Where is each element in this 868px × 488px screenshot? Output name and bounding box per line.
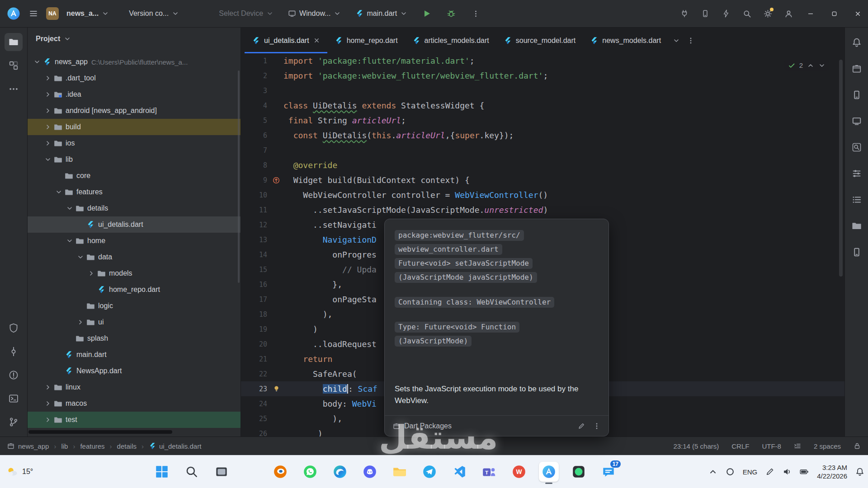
tree-item-ui-detalis-dart[interactable]: ui_detalis.dart	[28, 216, 241, 233]
vcs-widget[interactable]: Version co...	[125, 7, 183, 20]
tree-item-test[interactable]: test	[28, 412, 241, 428]
minimize-button[interactable]	[800, 0, 821, 28]
taskbar-green-app-icon[interactable]	[569, 462, 589, 482]
tool-build-variants-icon[interactable]	[848, 165, 865, 182]
taskbar-android-studio-icon[interactable]	[539, 462, 559, 482]
prev-problem-icon[interactable]	[807, 62, 814, 69]
tree-item-build[interactable]: build	[28, 119, 241, 135]
tree-item-splash[interactable]: splash	[28, 330, 241, 347]
inspections-widget[interactable]: 2	[784, 60, 829, 71]
tab-articles-models-dart[interactable]: articles_models.dart	[405, 28, 496, 53]
edit-icon[interactable]	[578, 422, 585, 430]
tree-item-logic[interactable]: logic	[28, 298, 241, 314]
tab-home-repo-dart[interactable]: home_repo.dart	[327, 28, 405, 53]
tool-todo-icon[interactable]	[848, 191, 865, 208]
project-selector[interactable]: news_a...	[62, 7, 113, 20]
tree-item-main-dart[interactable]: main.dart	[28, 347, 241, 363]
doc-more-icon[interactable]	[593, 422, 600, 430]
indent-style-icon[interactable]	[794, 442, 801, 450]
taskbar-task-view-button-icon[interactable]	[212, 462, 231, 482]
taskbar-telegram-icon[interactable]	[420, 462, 439, 482]
code-line[interactable]: 9 Widget build(BuildContext context) {	[241, 173, 844, 188]
tree-item-linux[interactable]: linux	[28, 379, 241, 395]
breadcrumb-item[interactable]: news_app	[18, 442, 49, 450]
taskbar-edge-icon[interactable]	[330, 462, 350, 482]
tree-item-core[interactable]: core	[28, 168, 241, 184]
taskbar-teams-icon[interactable]: T	[479, 462, 499, 482]
project-scrollbar-horizontal[interactable]	[28, 430, 172, 434]
run-config-selector[interactable]: main.dart	[351, 7, 411, 20]
tool-running-devices-icon[interactable]	[848, 113, 865, 130]
tree-item-data[interactable]: data	[28, 249, 241, 265]
tool-device-explorer-icon[interactable]	[848, 217, 865, 235]
tool-app-inspection-icon[interactable]	[848, 139, 865, 156]
tree-item-macos[interactable]: macos	[28, 395, 241, 412]
breadcrumb-item[interactable]: ui_detalis.dart	[159, 442, 201, 450]
editor-scrollbar[interactable]	[839, 60, 843, 277]
volume-icon[interactable]	[783, 467, 792, 476]
chevron-icon[interactable]	[43, 140, 53, 147]
tool-device-manager-icon[interactable]	[848, 86, 865, 103]
debug-button[interactable]	[442, 5, 460, 22]
tool-terminal-icon[interactable]	[5, 389, 23, 408]
search-icon[interactable]	[738, 5, 756, 22]
intention-bulb-icon[interactable]	[269, 385, 283, 393]
tree-item-home[interactable]: home	[28, 233, 241, 249]
chevron-icon[interactable]	[43, 400, 53, 407]
code-line[interactable]: 4class UiDetalis extends StatelessWidget…	[241, 98, 844, 113]
code-line[interactable]: 2import 'package:webview_flutter/webview…	[241, 68, 844, 83]
tab-news-models-dart[interactable]: news_models.dart	[583, 28, 668, 53]
tool-gradle-icon[interactable]	[848, 60, 865, 77]
chevron-icon[interactable]	[86, 270, 96, 277]
device-pairing-icon[interactable]	[675, 5, 693, 22]
chevron-icon[interactable]	[43, 384, 53, 391]
notification-center-icon[interactable]	[855, 467, 864, 476]
chevron-icon[interactable]	[43, 416, 53, 423]
tree-item-home-repo-dart[interactable]: home_repo.dart	[28, 282, 241, 298]
caret-position[interactable]: 23:14 (5 chars)	[673, 442, 719, 450]
tree-item-idea[interactable]: .idea	[28, 86, 241, 103]
taskbar-file-explorer-icon[interactable]	[390, 462, 410, 482]
tab-options-icon[interactable]	[687, 37, 694, 44]
chevron-icon[interactable]	[65, 205, 75, 212]
taskbar-whatsapp-icon[interactable]	[300, 462, 320, 482]
code-line[interactable]: 1import 'package:flutter/material.dart';	[241, 53, 844, 68]
override-marker-icon[interactable]	[269, 176, 283, 184]
chevron-icon[interactable]	[43, 123, 53, 131]
tree-item-dart-tool[interactable]: .dart_tool	[28, 70, 241, 86]
chevron-icon[interactable]	[75, 319, 85, 326]
chevron-icon[interactable]	[65, 237, 75, 244]
chevron-icon[interactable]	[43, 75, 53, 82]
tree-item-news-app[interactable]: news_appC:\Users\Public\flutter\news_a..…	[28, 54, 241, 70]
close-icon[interactable]	[313, 37, 320, 44]
project-scrollbar-vertical[interactable]	[238, 70, 240, 283]
taskbar-blender-icon[interactable]	[270, 462, 290, 482]
taskbar-wondershare-icon[interactable]: W	[509, 462, 529, 482]
lock-icon[interactable]	[854, 442, 861, 450]
chevron-icon[interactable]	[43, 107, 53, 114]
device-selector[interactable]: Select Device	[215, 7, 278, 20]
file-encoding[interactable]: UTF-8	[762, 442, 781, 450]
code-line[interactable]: 8 @override	[241, 158, 844, 173]
settings-icon[interactable]	[759, 5, 777, 22]
tool-emulator-icon[interactable]	[848, 244, 865, 261]
code-line[interactable]: 11 ..setJavaScriptMode(JavaScriptMode.un…	[241, 202, 844, 217]
breadcrumb-item[interactable]: features	[80, 442, 104, 450]
indent-size[interactable]: 2 spaces	[814, 442, 841, 450]
device-mirror-icon[interactable]	[696, 5, 714, 22]
tree-item-ui[interactable]: ui	[28, 314, 241, 330]
tool-problems-icon[interactable]	[5, 366, 23, 384]
taskbar-mail-icon[interactable]: 17	[599, 462, 618, 482]
tree-item-features[interactable]: features	[28, 184, 241, 200]
chevron-icon[interactable]	[32, 58, 42, 66]
chevron-icon[interactable]	[43, 91, 53, 98]
code-line[interactable]: 10 WebViewController controller = WebVie…	[241, 188, 844, 202]
taskbar-discord-icon[interactable]	[360, 462, 380, 482]
tool-commit-icon[interactable]	[5, 343, 23, 361]
weather-widget[interactable]: 15°	[2, 455, 38, 488]
main-menu-icon[interactable]	[24, 5, 42, 22]
more-actions-icon[interactable]	[467, 5, 485, 22]
tab-ui-detalis-dart[interactable]: ui_detalis.dart	[245, 28, 327, 53]
tree-item-android-news-app-android[interactable]: android [news_app_android]	[28, 103, 241, 119]
code-line[interactable]: 5 final String articleUrl;	[241, 113, 844, 128]
